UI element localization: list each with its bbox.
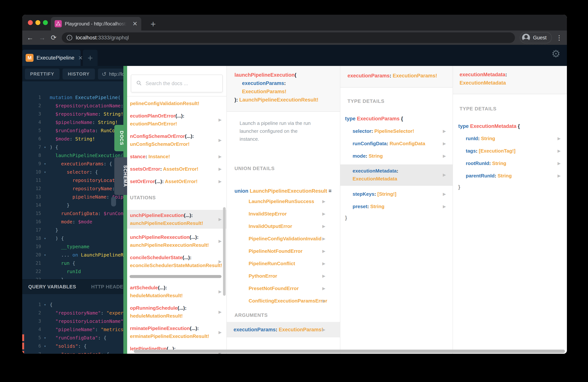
docs-item[interactable]: ssetsOrError: AssetsOrError! ▶ (130, 165, 226, 173)
fold-arrow-icon[interactable]: ▾ (42, 162, 48, 166)
chevron-right-icon: ▶ (322, 272, 325, 280)
tab-close-icon[interactable]: ✕ (132, 21, 138, 27)
line-number: 12 (22, 186, 41, 191)
code-line: 17 ▾ } (22, 226, 123, 234)
docs-item[interactable]: pelineConfigValidationResult! ▶ (130, 100, 226, 107)
field-line1: runConfigData: RunConfigData (353, 140, 453, 148)
type-field[interactable]: parentRunId: String ▶ (453, 172, 567, 180)
code-line: 4 ▾ $pipelineName: String! (22, 118, 123, 127)
type-field[interactable]: executionMetadata: ExecutionMetadata ▶ (340, 165, 453, 186)
docs-item[interactable]: artSchedule(...): heduleMutationResult! … (130, 284, 226, 299)
docs-item[interactable]: unchPipelineExecution(...): aunchPipelin… (127, 210, 226, 229)
docs-column-field: launchPipelineExecution(executionParams:… (227, 66, 340, 354)
url-bar[interactable]: i localhost:3333/graphql (62, 32, 515, 43)
code-line: 10 ▾ selector: { (22, 168, 123, 176)
schema-side-tab[interactable]: SCHEMA (114, 157, 127, 195)
docs-item[interactable]: ▶ (129, 275, 222, 278)
union-member[interactable]: ConflictingExecutionParamsError ▶ (249, 297, 340, 305)
reload-icon[interactable]: ⟳ (51, 34, 57, 41)
traffic-light-minimize[interactable] (35, 20, 40, 25)
fold-arrow-icon[interactable]: ▾ (42, 302, 48, 307)
docs-item[interactable]: setOrError(...): AssetOrError! ▶ (130, 177, 226, 185)
docs-column-executionparams: executionParams: ExecutionParams! TYPE D… (340, 66, 453, 354)
type-field[interactable]: rootRunId: String ▶ (453, 159, 567, 167)
forward-icon[interactable]: → (39, 34, 45, 41)
pane-divider[interactable] (123, 66, 127, 354)
endpoint-input[interactable]: ↺ http://loc (98, 68, 123, 80)
variables-editor[interactable]: 1 ▾ { 2 ▾ "repositoryName": "exper 3 ▾ "… (22, 294, 123, 354)
union-member[interactable]: InvalidOutputError ▶ (249, 222, 340, 230)
fold-arrow-icon[interactable]: ▾ (42, 336, 48, 340)
traffic-light-zoom[interactable] (43, 20, 48, 25)
code-text: ) { (50, 145, 58, 150)
playground-tab-close-icon[interactable]: ✕ (78, 55, 83, 61)
browser-menu-icon[interactable]: ⋮ (556, 34, 562, 42)
browser-tab-title: Playground - http://localhost:3 (65, 21, 127, 27)
traffic-light-close[interactable] (28, 20, 33, 25)
settings-gear-icon[interactable]: ⚙ (551, 48, 561, 60)
back-icon[interactable]: ← (27, 34, 34, 41)
fold-arrow-icon[interactable]: ▾ (42, 344, 48, 348)
docs-side-tab[interactable]: DOCS (114, 125, 127, 151)
type-field[interactable]: runId: String ▶ (453, 134, 567, 142)
type-open-line: type ExecutionParams { (345, 114, 453, 123)
docs-horizontal-scrollbar-thumb[interactable] (134, 350, 565, 353)
code-line: 12 ▾ repositoryName: $repositoryName (22, 184, 123, 193)
http-headers-tab[interactable]: HTTP HEADERS (91, 284, 123, 290)
endpoint-reload-icon[interactable]: ↺ (102, 71, 106, 77)
docs-item[interactable]: rminatePipelineExecution(...): erminateP… (130, 324, 226, 340)
docs-item[interactable]: stance: Instance! ▶ (130, 152, 226, 161)
type-field[interactable]: stepKeys: [String!] ▶ (340, 190, 453, 198)
variables-line: 3 ▾ "repositoryLocationName" (22, 317, 123, 325)
docs-item[interactable]: concileSchedulerState(...): econcileSche… (130, 254, 226, 269)
fold-arrow-icon[interactable]: ▾ (42, 170, 48, 174)
union-member[interactable]: LaunchPipelineRunSuccess ▶ (249, 197, 340, 205)
code-text: "repositoryLocationName" (50, 318, 123, 324)
fold-arrow-icon[interactable]: ▾ (42, 236, 48, 240)
docs-item-line1: nConfigSchemaOrError(...): (130, 132, 215, 140)
fold-arrow-icon[interactable]: ▾ (42, 352, 48, 354)
docs-search-input[interactable]: Search the docs ... (131, 75, 223, 92)
union-member[interactable]: InvalidStepError ▶ (249, 210, 340, 218)
editor-scrollbar-thumb[interactable] (111, 197, 116, 207)
union-member[interactable]: PythonError ▶ (249, 272, 340, 280)
type-field[interactable]: runConfigData: RunConfigData ▶ (340, 140, 453, 148)
line-number: 4 (22, 327, 41, 332)
prettify-button[interactable]: PRETTIFY (25, 68, 60, 80)
union-member[interactable]: PipelineRunConflict ▶ (249, 259, 340, 268)
docs-item-line1: rminatePipelineExecution(...): (130, 324, 215, 332)
docs-item[interactable]: ecutionPlanOrError(...): ecutionPlanOrEr… (130, 112, 226, 128)
history-button[interactable]: HISTORY (63, 68, 95, 80)
site-info-icon[interactable]: i (67, 35, 72, 41)
argument-row-selected[interactable]: executionParams: ExecutionParams! ▶ (227, 322, 340, 337)
union-member[interactable]: PipelineConfigValidationInvalid ▶ (249, 235, 340, 243)
browser-tab[interactable]: Playground - http://localhost:3 ✕ (51, 17, 141, 30)
union-member[interactable]: PresetNotFoundError ▶ (249, 284, 340, 292)
docs-item[interactable]: unchPipelineReexecution(...): aunchPipel… (130, 233, 226, 249)
fold-arrow-icon[interactable]: ▾ (42, 145, 48, 149)
type-field[interactable]: selector: PipelineSelector! ▶ (340, 127, 453, 135)
avatar-icon (522, 34, 530, 42)
docs-item[interactable]: nConfigSchemaOrError(...): unConfigSchem… (130, 132, 226, 148)
union-member[interactable]: PipelineNotFoundError ▶ (249, 247, 340, 255)
signature-line: executionMetadata: (460, 70, 567, 79)
new-tab-button[interactable]: + (147, 17, 160, 30)
signature-line: ExecutionParams! (234, 87, 340, 96)
playground-tab[interactable]: M ExecutePipeline ✕ (22, 50, 81, 66)
docs-item[interactable]: UTATIONS ▶ (130, 194, 226, 202)
type-field[interactable]: mode: String ▶ (340, 152, 453, 160)
profile-button[interactable]: Guest (520, 32, 552, 43)
query-variables-tab[interactable]: QUERY VARIABLES (28, 284, 76, 290)
line-number: 11 (22, 178, 41, 183)
chevron-right-icon: ▶ (558, 134, 561, 142)
type-field[interactable]: tags: [ExecutionTag!] ▶ (453, 147, 567, 155)
type-field[interactable]: preset: String ▶ (340, 203, 453, 211)
fold-arrow-icon[interactable]: ▾ (42, 253, 48, 257)
code-text: $runConfigData: RunConfigData (50, 128, 123, 133)
docs-item[interactable]: opRunningSchedule(...): heduleMutationRe… (130, 304, 226, 320)
docs-column-scrollbar-thumb[interactable] (223, 207, 226, 296)
query-editor[interactable]: 1 ▾ mutation ExecutePipeline( 2 ▾ $repos… (22, 81, 123, 280)
playground-new-tab-button[interactable]: + (83, 50, 98, 66)
variables-line: 6 ▾ "solids": { (22, 342, 123, 350)
variables-line: 1 ▾ { (22, 300, 123, 309)
